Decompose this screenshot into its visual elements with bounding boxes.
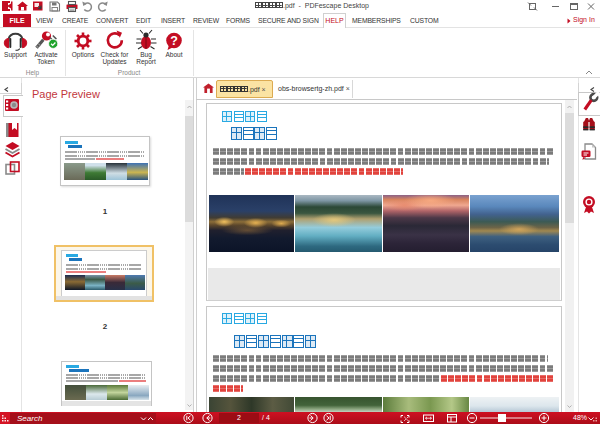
svg-text:?: ? xyxy=(170,34,178,48)
